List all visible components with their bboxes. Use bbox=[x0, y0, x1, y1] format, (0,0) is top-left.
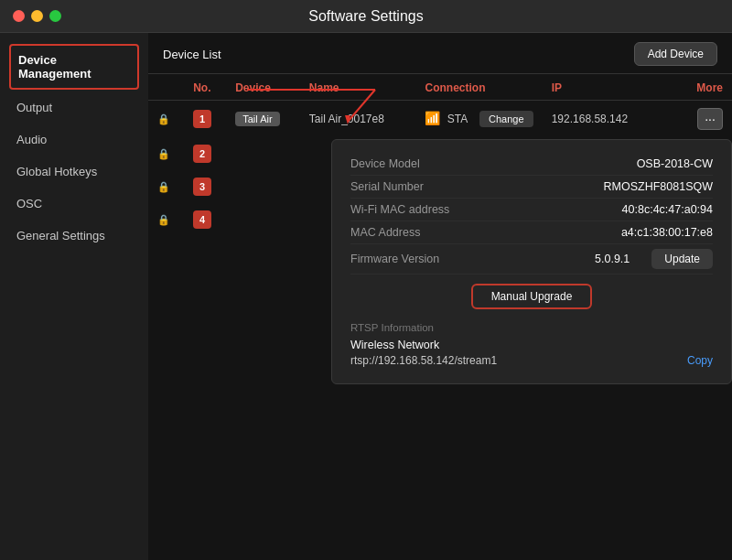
add-device-button[interactable]: Add Device bbox=[634, 42, 717, 66]
rtsp-network-label: Wireless Network bbox=[350, 339, 713, 351]
device-model-value: OSB-2018-CW bbox=[637, 157, 713, 170]
more-dots-button[interactable]: ··· bbox=[697, 108, 723, 130]
row-device-2 bbox=[226, 137, 300, 170]
col-name: Name bbox=[300, 74, 416, 101]
row-no-3: 3 bbox=[184, 170, 226, 203]
row-no-4: 4 bbox=[184, 203, 226, 236]
col-connection: Connection bbox=[415, 74, 542, 101]
mac-value: a4:c1:38:00:17:e8 bbox=[621, 226, 713, 239]
copy-button[interactable]: Copy bbox=[687, 354, 713, 367]
row-connection-1: 📶 STA Change bbox=[415, 101, 542, 138]
row-no-1: 1 bbox=[184, 101, 226, 138]
serial-number-label: Serial Number bbox=[350, 180, 424, 193]
sidebar-item-output[interactable]: Output bbox=[0, 92, 148, 124]
window-title: Software Settings bbox=[308, 8, 423, 25]
sidebar-item-general-settings[interactable]: General Settings bbox=[0, 220, 148, 252]
lock-icon: 🔒 bbox=[157, 113, 170, 124]
sidebar: Device Management Output Audio Global Ho… bbox=[0, 33, 148, 560]
firmware-row: Firmware Version 5.0.9.1 Update bbox=[350, 244, 713, 275]
table-row: 🔒 1 Tail Air Tail Air_0017e8 📶 STA Chang… bbox=[148, 101, 732, 138]
wifi-mac-label: Wi-Fi MAC address bbox=[350, 203, 449, 216]
row-name-1: Tail Air_0017e8 bbox=[300, 101, 416, 138]
row-device-3 bbox=[226, 170, 300, 203]
row-ip-1: 192.168.58.142 bbox=[543, 101, 669, 138]
lock-icon-2: 🔒 bbox=[157, 148, 170, 159]
titlebar: Software Settings bbox=[0, 0, 732, 33]
main-header: Device List Add Device bbox=[148, 33, 732, 74]
window-controls bbox=[13, 10, 61, 22]
rtsp-url-row: rtsp://192.168.58.142/stream1 Copy bbox=[350, 354, 713, 367]
firmware-value: 5.0.9.1 bbox=[595, 253, 630, 265]
rtsp-section-label: RTSP Information bbox=[350, 322, 713, 333]
wifi-mac-row: Wi-Fi MAC address 40:8c:4c:47:a0:94 bbox=[350, 199, 713, 221]
minimize-button[interactable] bbox=[31, 10, 43, 22]
change-button[interactable]: Change bbox=[479, 111, 533, 127]
lock-icon-4: 🔒 bbox=[157, 214, 170, 225]
serial-number-value: RMOSZHF8081SQW bbox=[604, 180, 713, 193]
main-content: Device List Add Device No. Device Name C… bbox=[148, 33, 732, 560]
lock-cell-1: 🔒 bbox=[148, 101, 184, 138]
rtsp-section: RTSP Information Wireless Network rtsp:/… bbox=[350, 322, 713, 367]
col-lock bbox=[148, 74, 184, 101]
device-model-row: Device Model OSB-2018-CW bbox=[350, 153, 713, 176]
manual-upgrade-button[interactable]: Manual Upgrade bbox=[471, 284, 593, 309]
lock-icon-3: 🔒 bbox=[157, 181, 170, 192]
mac-row: MAC Address a4:c1:38:00:17:e8 bbox=[350, 221, 713, 244]
lock-cell-2: 🔒 bbox=[148, 137, 184, 170]
col-device: Device bbox=[226, 74, 300, 101]
mac-label: MAC Address bbox=[350, 226, 420, 239]
serial-number-row: Serial Number RMOSZHF8081SQW bbox=[350, 176, 713, 199]
sidebar-item-osc[interactable]: OSC bbox=[0, 188, 148, 220]
device-model-label: Device Model bbox=[350, 157, 420, 170]
row-device-4 bbox=[226, 203, 300, 236]
row-device-1: Tail Air bbox=[226, 101, 300, 138]
wifi-mac-value: 40:8c:4c:47:a0:94 bbox=[622, 203, 713, 216]
wifi-icon: 📶 bbox=[425, 111, 440, 125]
row-no-2: 2 bbox=[184, 137, 226, 170]
rtsp-url: rtsp://192.168.58.142/stream1 bbox=[350, 354, 497, 367]
col-no: No. bbox=[184, 74, 226, 101]
firmware-label: Firmware Version bbox=[350, 253, 439, 265]
lock-cell-3: 🔒 bbox=[148, 170, 184, 203]
col-ip: IP bbox=[543, 74, 669, 101]
sidebar-item-global-hotkeys[interactable]: Global Hotkeys bbox=[0, 156, 148, 188]
row-more-1: ··· bbox=[669, 101, 732, 138]
detail-panel: Device Model OSB-2018-CW Serial Number R… bbox=[331, 139, 732, 384]
col-more: More bbox=[669, 74, 732, 101]
lock-cell-4: 🔒 bbox=[148, 203, 184, 236]
update-button[interactable]: Update bbox=[651, 249, 713, 269]
close-button[interactable] bbox=[13, 10, 25, 22]
maximize-button[interactable] bbox=[49, 10, 61, 22]
device-list-tab[interactable]: Device List bbox=[163, 48, 221, 61]
sidebar-item-device-management[interactable]: Device Management bbox=[9, 44, 139, 90]
sidebar-item-audio[interactable]: Audio bbox=[0, 124, 148, 156]
